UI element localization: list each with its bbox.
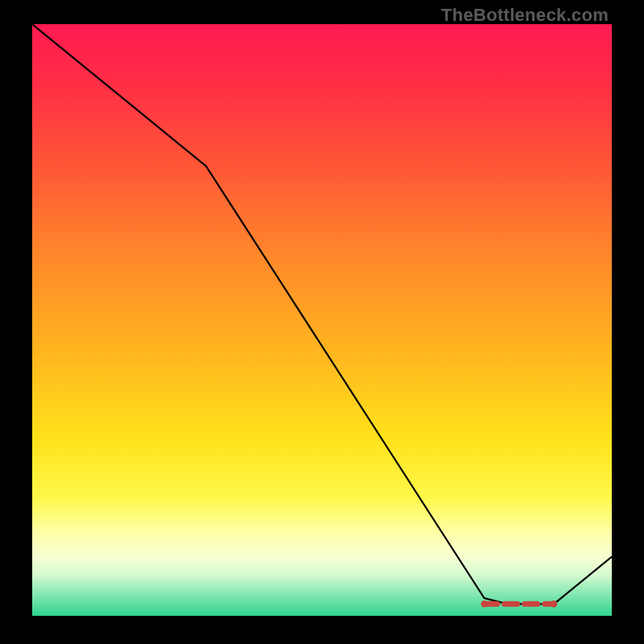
- svg-point-5: [551, 601, 557, 607]
- chart-container: TheBottleneck.com: [0, 0, 644, 644]
- chart-svg: [32, 24, 612, 616]
- gradient-background: [32, 24, 612, 616]
- plot-area: [32, 24, 612, 616]
- watermark-text: TheBottleneck.com: [441, 5, 609, 26]
